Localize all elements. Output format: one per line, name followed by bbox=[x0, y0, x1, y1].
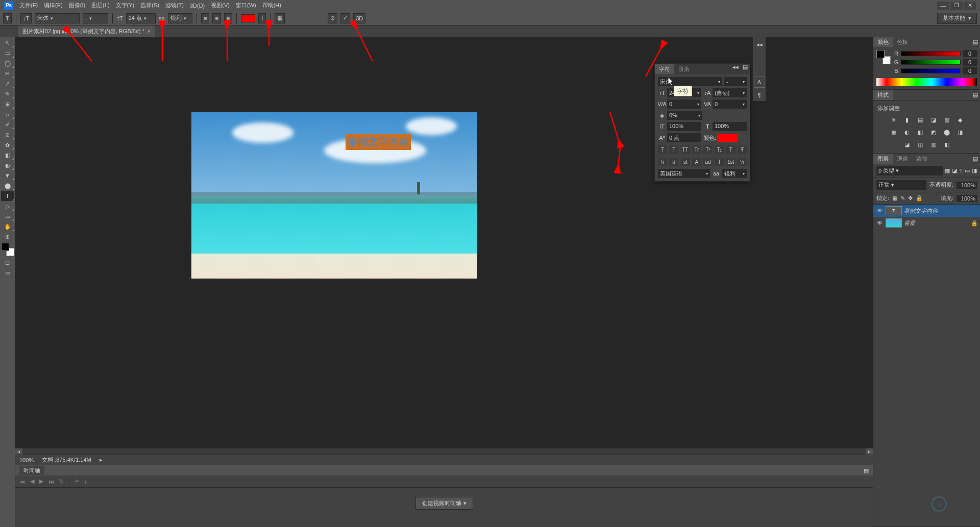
char-font-select[interactable]: 宋体 bbox=[658, 77, 722, 86]
quick-mask-button[interactable]: ◻ bbox=[1, 257, 14, 267]
b-value[interactable]: 0 bbox=[963, 67, 977, 74]
align-right-button[interactable]: ≡ bbox=[224, 13, 232, 23]
type-tool[interactable]: T bbox=[1, 191, 14, 201]
char-width-input[interactable]: 100% bbox=[713, 122, 747, 131]
char-tracking-select[interactable]: 0 bbox=[713, 99, 747, 109]
layer-item-background[interactable]: 👁 背景 🔒 bbox=[873, 217, 980, 229]
menu-view[interactable]: 视图(V) bbox=[211, 2, 230, 9]
lock-pixels-icon[interactable]: ✎ bbox=[900, 195, 905, 202]
gradient-map-icon[interactable]: ▥ bbox=[929, 140, 938, 149]
scroll-right-button[interactable]: ▸ bbox=[866, 448, 873, 455]
r-slider[interactable] bbox=[901, 51, 961, 56]
layer-filter-select[interactable]: ρ 类型 ▾ bbox=[876, 166, 943, 175]
horizontal-scrollbar[interactable]: ◂ ▸ bbox=[15, 448, 873, 455]
exposure-icon[interactable]: ◪ bbox=[929, 115, 938, 124]
transition-button[interactable]: ↕ bbox=[84, 479, 87, 485]
next-frame-button[interactable]: ⏭ bbox=[48, 479, 54, 485]
minimize-button[interactable]: — bbox=[937, 2, 949, 10]
status-arrow-icon[interactable]: ▸ bbox=[100, 457, 103, 463]
text-orientation-button[interactable]: ↓T bbox=[20, 13, 32, 23]
panel-menu-icon[interactable]: ▤ bbox=[864, 467, 869, 474]
gradient-tool[interactable]: ◧ bbox=[1, 150, 14, 160]
char-style-select[interactable]: - bbox=[724, 77, 747, 86]
panel-fg-bg-swatch[interactable] bbox=[876, 50, 891, 64]
posterize-icon[interactable]: ◪ bbox=[902, 140, 912, 149]
3d-text-button[interactable]: 3D bbox=[353, 13, 365, 23]
paragraph-panel-icon[interactable]: ¶ bbox=[754, 90, 765, 101]
timeline-tab[interactable]: 时间轴 bbox=[19, 466, 44, 475]
stamp-tool[interactable]: ✐ bbox=[1, 119, 14, 130]
swatches-tab[interactable]: 色板 bbox=[893, 37, 912, 47]
play-button[interactable]: ▶ bbox=[39, 478, 43, 485]
char-aa-select[interactable]: 锐利 bbox=[722, 169, 747, 178]
g-value[interactable]: 0 bbox=[963, 59, 977, 66]
fractions-button[interactable]: ½ bbox=[738, 158, 747, 166]
menu-image[interactable]: 图像(I) bbox=[69, 2, 85, 9]
titling-button[interactable]: T bbox=[715, 158, 724, 166]
align-left-button[interactable]: ≡ bbox=[201, 13, 209, 23]
char-vscale-select[interactable]: 0% bbox=[667, 111, 702, 120]
loop-button[interactable]: ↻ bbox=[59, 478, 64, 485]
photo-filter-icon[interactable]: ◧ bbox=[916, 128, 925, 137]
levels-icon[interactable]: ▮ bbox=[902, 115, 912, 124]
r-value[interactable]: 0 bbox=[963, 50, 977, 57]
panel-menu-icon[interactable]: ▤ bbox=[971, 92, 980, 98]
crop-tool[interactable]: ↗ bbox=[1, 79, 14, 89]
paragraph-tab[interactable]: 段落 bbox=[674, 64, 694, 74]
layer-item-text[interactable]: 👁 T 举例文字内容 bbox=[873, 205, 980, 217]
char-leading-select[interactable]: (自动) bbox=[713, 88, 747, 97]
screen-mode-button[interactable]: ▭ bbox=[1, 267, 14, 278]
strikethrough-button[interactable]: Ŧ bbox=[738, 145, 747, 154]
color-lookup-icon[interactable]: ⬤ bbox=[942, 128, 951, 137]
spectrum-picker[interactable] bbox=[876, 78, 977, 86]
document-tab[interactable]: 图片素材02.jpg @ 0% (举例文字内容, RGB/8#) * × bbox=[18, 26, 155, 37]
brush-tool[interactable]: ⌕ bbox=[1, 109, 14, 119]
marquee-tool[interactable]: ▭ bbox=[1, 48, 14, 58]
channels-tab[interactable]: 通道 bbox=[893, 154, 912, 164]
paths-tab[interactable]: 路径 bbox=[912, 154, 932, 164]
threshold-icon[interactable]: ◫ bbox=[916, 140, 925, 149]
opacity-input[interactable]: 100% bbox=[957, 182, 977, 189]
filter-type-icon[interactable]: T bbox=[959, 168, 963, 174]
blend-mode-select[interactable]: 正常 ▾ bbox=[876, 180, 926, 190]
panel-menu-icon[interactable]: ▤ bbox=[971, 156, 980, 162]
path-select-tool[interactable]: ▷ bbox=[1, 201, 14, 211]
shape-tool[interactable]: ▭ bbox=[1, 211, 14, 221]
lasso-tool[interactable]: ◯ bbox=[1, 58, 14, 68]
fg-bg-swatch[interactable] bbox=[1, 243, 14, 256]
scroll-left-button[interactable]: ◂ bbox=[15, 448, 22, 455]
invert-icon[interactable]: ◨ bbox=[955, 128, 965, 137]
lock-transparency-icon[interactable]: ▦ bbox=[892, 195, 897, 202]
filter-adjust-icon[interactable]: ◪ bbox=[952, 167, 957, 174]
g-slider[interactable] bbox=[901, 60, 961, 65]
swash-button[interactable]: A bbox=[692, 158, 701, 166]
collapse-icon[interactable]: ◂◂ bbox=[730, 64, 741, 74]
layer-thumb-text[interactable]: T bbox=[886, 206, 902, 215]
layer-thumb-image[interactable] bbox=[886, 218, 902, 228]
menu-help[interactable]: 帮助(H) bbox=[262, 2, 281, 9]
language-select[interactable]: 美国英语 bbox=[658, 169, 710, 178]
channel-mixer-icon[interactable]: ◩ bbox=[929, 128, 938, 137]
brightness-icon[interactable]: ☀ bbox=[889, 115, 898, 124]
filter-pixel-icon[interactable]: ▦ bbox=[945, 167, 950, 174]
font-family-select[interactable]: 宋体 bbox=[35, 13, 80, 23]
contextual-button[interactable]: σ bbox=[669, 158, 678, 166]
tab-close-icon[interactable]: × bbox=[148, 29, 151, 34]
eraser-tool[interactable]: ✿ bbox=[1, 140, 14, 150]
filter-smart-icon[interactable]: ◨ bbox=[972, 167, 977, 174]
pen-tool[interactable]: ⬤ bbox=[1, 181, 14, 191]
char-baseline-input[interactable]: 0 点 bbox=[667, 133, 701, 142]
layers-tab[interactable]: 图层 bbox=[873, 154, 893, 164]
blur-tool[interactable]: ◐ bbox=[1, 160, 14, 170]
type-tool-preset[interactable]: T bbox=[3, 13, 12, 23]
panel-menu-icon[interactable]: ▤ bbox=[741, 64, 750, 74]
underline-button[interactable]: T bbox=[726, 145, 736, 154]
healing-tool[interactable]: ⊞ bbox=[1, 99, 14, 109]
create-video-timeline-button[interactable]: 创建视频时间轴▾ bbox=[415, 497, 473, 510]
menu-select[interactable]: 选择(S) bbox=[140, 2, 159, 9]
char-kerning-select[interactable]: 0 bbox=[667, 99, 701, 109]
text-layer-selection[interactable]: 举例文字内容 bbox=[346, 134, 411, 150]
first-frame-button[interactable]: ⏮ bbox=[19, 479, 25, 485]
menu-edit[interactable]: 编辑(E) bbox=[44, 2, 63, 9]
vibrance-icon[interactable]: ▧ bbox=[942, 115, 951, 124]
